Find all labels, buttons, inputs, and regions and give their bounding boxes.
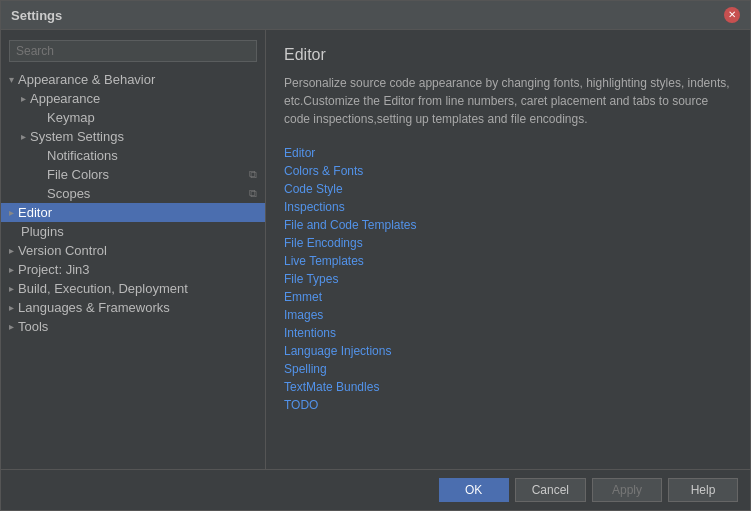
copy-icon: ⧉ bbox=[249, 168, 257, 181]
link-inspections[interactable]: Inspections bbox=[284, 200, 732, 214]
sidebar-item-file-colors[interactable]: File Colors⧉ bbox=[1, 165, 265, 184]
footer: OK Cancel Apply Help bbox=[1, 469, 750, 510]
sidebar-item-label-file-colors: File Colors bbox=[47, 167, 109, 182]
sidebar-item-label-tools: Tools bbox=[18, 319, 48, 334]
panel-description: Personalize source code appearance by ch… bbox=[284, 74, 732, 128]
sidebar-item-label-appearance-behavior: Appearance & Behavior bbox=[18, 72, 155, 87]
sidebar-item-system-settings[interactable]: ▸System Settings bbox=[1, 127, 265, 146]
link-editor[interactable]: Editor bbox=[284, 146, 732, 160]
sidebar-item-version-control[interactable]: ▸Version Control bbox=[1, 241, 265, 260]
copy-icon: ⧉ bbox=[249, 187, 257, 200]
sidebar: ▾Appearance & Behavior▸AppearanceKeymap▸… bbox=[1, 30, 266, 469]
link-images[interactable]: Images bbox=[284, 308, 732, 322]
sidebar-item-appearance-behavior[interactable]: ▾Appearance & Behavior bbox=[1, 70, 265, 89]
sidebar-item-label-appearance: Appearance bbox=[30, 91, 100, 106]
link-code-style[interactable]: Code Style bbox=[284, 182, 732, 196]
content-area: ▾Appearance & Behavior▸AppearanceKeymap▸… bbox=[1, 30, 750, 469]
sidebar-item-editor[interactable]: ▸Editor bbox=[1, 203, 265, 222]
cancel-button[interactable]: Cancel bbox=[515, 478, 586, 502]
link-list: EditorColors & FontsCode StyleInspection… bbox=[284, 146, 732, 412]
search-box bbox=[1, 36, 265, 66]
sidebar-item-label-system-settings: System Settings bbox=[30, 129, 124, 144]
link-file-types[interactable]: File Types bbox=[284, 272, 732, 286]
link-textmate-bundles[interactable]: TextMate Bundles bbox=[284, 380, 732, 394]
link-file-encodings[interactable]: File Encodings bbox=[284, 236, 732, 250]
sidebar-item-scopes[interactable]: Scopes⧉ bbox=[1, 184, 265, 203]
link-colors-&-fonts[interactable]: Colors & Fonts bbox=[284, 164, 732, 178]
dialog-title: Settings bbox=[11, 8, 62, 23]
sidebar-item-notifications[interactable]: Notifications bbox=[1, 146, 265, 165]
sidebar-item-keymap[interactable]: Keymap bbox=[1, 108, 265, 127]
sidebar-item-label-keymap: Keymap bbox=[47, 110, 95, 125]
close-button[interactable]: ✕ bbox=[724, 7, 740, 23]
link-spelling[interactable]: Spelling bbox=[284, 362, 732, 376]
sidebar-item-label-plugins: Plugins bbox=[21, 224, 64, 239]
link-file-and-code-templates[interactable]: File and Code Templates bbox=[284, 218, 732, 232]
apply-button[interactable]: Apply bbox=[592, 478, 662, 502]
sidebar-item-project-jin3[interactable]: ▸Project: Jin3 bbox=[1, 260, 265, 279]
sidebar-item-languages-frameworks[interactable]: ▸Languages & Frameworks bbox=[1, 298, 265, 317]
link-language-injections[interactable]: Language Injections bbox=[284, 344, 732, 358]
search-input[interactable] bbox=[9, 40, 257, 62]
main-panel: Editor Personalize source code appearanc… bbox=[266, 30, 750, 469]
sidebar-item-appearance[interactable]: ▸Appearance bbox=[1, 89, 265, 108]
sidebar-item-label-scopes: Scopes bbox=[47, 186, 90, 201]
sidebar-item-tools[interactable]: ▸Tools bbox=[1, 317, 265, 336]
panel-title: Editor bbox=[284, 46, 732, 64]
sidebar-item-label-languages-frameworks: Languages & Frameworks bbox=[18, 300, 170, 315]
link-todo[interactable]: TODO bbox=[284, 398, 732, 412]
sidebar-item-label-build-exec-deploy: Build, Execution, Deployment bbox=[18, 281, 188, 296]
link-emmet[interactable]: Emmet bbox=[284, 290, 732, 304]
tree-container: ▾Appearance & Behavior▸AppearanceKeymap▸… bbox=[1, 70, 265, 336]
ok-button[interactable]: OK bbox=[439, 478, 509, 502]
link-intentions[interactable]: Intentions bbox=[284, 326, 732, 340]
sidebar-item-label-editor: Editor bbox=[18, 205, 52, 220]
sidebar-item-plugins[interactable]: Plugins bbox=[1, 222, 265, 241]
sidebar-item-label-notifications: Notifications bbox=[47, 148, 118, 163]
link-live-templates[interactable]: Live Templates bbox=[284, 254, 732, 268]
settings-dialog: Settings ✕ ▾Appearance & Behavior▸Appear… bbox=[0, 0, 751, 511]
sidebar-item-label-version-control: Version Control bbox=[18, 243, 107, 258]
help-button[interactable]: Help bbox=[668, 478, 738, 502]
title-bar: Settings ✕ bbox=[1, 1, 750, 30]
sidebar-item-label-project-jin3: Project: Jin3 bbox=[18, 262, 90, 277]
sidebar-item-build-exec-deploy[interactable]: ▸Build, Execution, Deployment bbox=[1, 279, 265, 298]
